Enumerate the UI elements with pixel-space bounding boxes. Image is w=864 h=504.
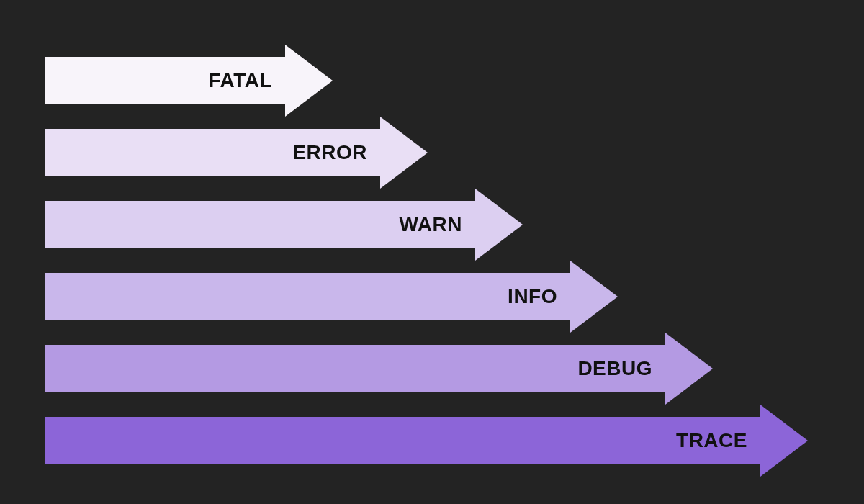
level-arrow-info: INFO <box>45 273 618 320</box>
level-label: WARN <box>399 213 462 236</box>
level-label: INFO <box>508 285 557 308</box>
arrow-head-icon <box>760 405 808 477</box>
arrow-shaft: TRACE <box>45 417 760 464</box>
level-arrow-debug: DEBUG <box>45 345 713 392</box>
arrow-shaft: INFO <box>45 273 570 320</box>
arrow-head-icon <box>570 261 618 333</box>
level-label: DEBUG <box>577 357 652 380</box>
level-arrow-warn: WARN <box>45 201 523 248</box>
arrow-head-icon <box>285 45 333 117</box>
level-label: ERROR <box>292 141 367 164</box>
level-label: TRACE <box>676 429 747 452</box>
arrow-shaft: DEBUG <box>45 345 665 392</box>
arrow-shaft: ERROR <box>45 129 380 176</box>
arrow-head-icon <box>665 333 713 405</box>
level-label: FATAL <box>208 69 272 92</box>
arrow-head-icon <box>475 189 523 261</box>
level-arrow-fatal: FATAL <box>45 57 333 104</box>
level-arrow-error: ERROR <box>45 129 428 176</box>
arrow-head-icon <box>380 117 428 189</box>
arrow-shaft: WARN <box>45 201 475 248</box>
arrow-shaft: FATAL <box>45 57 285 104</box>
level-arrow-trace: TRACE <box>45 417 808 464</box>
log-level-diagram: FATALERRORWARNINFODEBUGTRACE <box>0 0 864 504</box>
